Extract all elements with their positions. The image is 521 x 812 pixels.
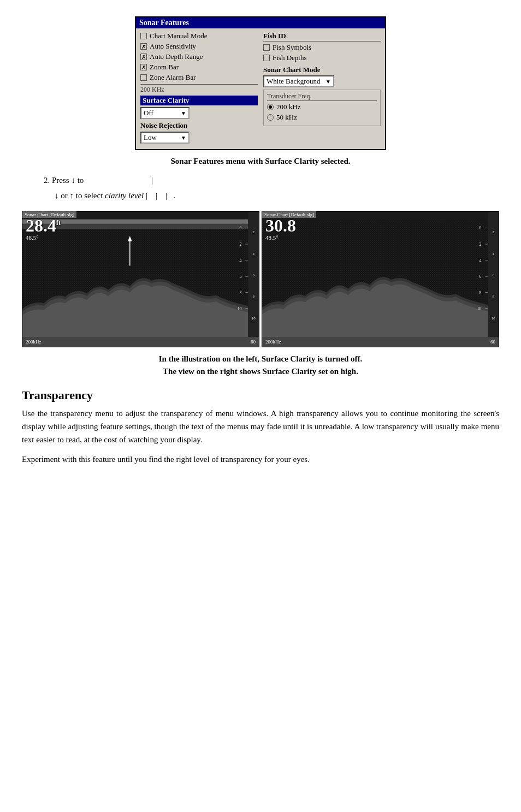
chart-left-freq: 200kHz xyxy=(26,339,42,345)
svg-text:6: 6 xyxy=(240,274,242,279)
chart-left-unit: ft xyxy=(56,219,61,227)
chart-left-bottom-depth: 60 xyxy=(251,339,256,345)
transducer-section: Transducer Freq. 200 kHz 50 kHz xyxy=(263,90,381,126)
freq-divider: 200 KHz xyxy=(140,84,258,94)
svg-text:6: 6 xyxy=(252,273,254,277)
auto-sensitivity-row[interactable]: ✗ Auto Sensitivity xyxy=(140,42,258,51)
svg-text:8: 8 xyxy=(479,291,482,295)
svg-text:8: 8 xyxy=(252,294,254,298)
surface-clarity-value: Off xyxy=(144,109,153,117)
svg-text:2: 2 xyxy=(240,242,242,247)
chart-right-bottom: 200kHz 60 xyxy=(262,337,499,347)
surface-clarity-label[interactable]: Surface Clarity xyxy=(140,96,258,105)
charts-caption-line1: In the illustration on the left, Surface… xyxy=(22,353,499,365)
sonar-chart-left: Sonar Chart [Default.slg] xyxy=(22,211,259,347)
transparency-title: Transparency xyxy=(22,388,499,402)
step2-line1: 2. Press ↓ to | xyxy=(44,174,499,187)
chart-right-bottom-depth: 60 xyxy=(490,339,495,345)
transparency-para2: Experiment with this feature until you f… xyxy=(22,453,499,466)
fish-depths-checkbox[interactable] xyxy=(263,55,270,61)
step2-italic: clarity level xyxy=(105,191,144,200)
sonar-features-menu: Sonar Features Chart Manual Mode ✗ Auto … xyxy=(135,16,386,150)
fish-id-label: Fish ID xyxy=(263,32,381,42)
charts-container: Sonar Chart [Default.slg] xyxy=(22,211,499,347)
svg-text:6: 6 xyxy=(479,274,482,279)
transparency-section: Transparency Use the transparency menu t… xyxy=(22,388,499,466)
sonar-chart-mode-label: Sonar Chart Mode xyxy=(263,66,381,74)
auto-depth-range-label: Auto Depth Range xyxy=(150,52,203,61)
auto-depth-range-row[interactable]: ✗ Auto Depth Range xyxy=(140,52,258,61)
menu-right-column: Fish ID Fish Symbols Fish Depths Sonar C… xyxy=(263,32,381,146)
step2-arrows: ↓ or ↑ to select xyxy=(55,191,105,200)
svg-text:0: 0 xyxy=(479,226,482,230)
svg-text:4: 4 xyxy=(479,258,482,263)
menu-left-column: Chart Manual Mode ✗ Auto Sensitivity ✗ A… xyxy=(140,32,258,146)
chart-right-freq: 200kHz xyxy=(265,339,281,345)
surface-clarity-select[interactable]: Off ▼ xyxy=(140,107,190,119)
svg-text:6: 6 xyxy=(492,273,494,277)
charts-caption: In the illustration on the left, Surface… xyxy=(22,353,499,377)
svg-text:10: 10 xyxy=(252,316,256,320)
svg-text:4: 4 xyxy=(252,252,254,256)
svg-text:4: 4 xyxy=(492,252,494,256)
step2-bar1: | xyxy=(151,176,153,185)
instructions-section: 2. Press ↓ to | ↓ or ↑ to select clarity… xyxy=(44,174,499,202)
auto-sensitivity-checkbox[interactable]: ✗ xyxy=(140,43,147,50)
fish-symbols-label: Fish Symbols xyxy=(273,43,311,52)
svg-text:4: 4 xyxy=(240,258,242,263)
sonar-chart-right: Sonar Chart [Default.slg] 0 2 xyxy=(262,211,499,347)
svg-text:10: 10 xyxy=(477,306,482,311)
sonar-features-menu-wrapper: Sonar Features Chart Manual Mode ✗ Auto … xyxy=(22,16,499,150)
zone-alarm-checkbox[interactable] xyxy=(140,74,147,81)
svg-text:2: 2 xyxy=(252,230,254,234)
step2-bars: | | | . xyxy=(144,191,175,200)
chart-manual-mode-row[interactable]: Chart Manual Mode xyxy=(140,32,258,40)
sonar-chart-mode-arrow: ▼ xyxy=(325,79,331,85)
white-background-value: White Background xyxy=(267,77,321,86)
charts-caption-line2: The view on the right shows Surface Clar… xyxy=(22,365,499,378)
sonar-chart-mode-select[interactable]: White Background ▼ xyxy=(263,75,334,87)
sonar-chart-right-svg: 0 2 4 6 8 10 2 4 6 8 10 xyxy=(262,211,499,347)
freq-200-label: 200 kHz xyxy=(276,103,300,111)
chart-left-angle: 48.5° xyxy=(26,234,39,241)
svg-text:2: 2 xyxy=(492,230,494,234)
svg-text:8: 8 xyxy=(492,294,494,298)
chart-left-depth: 28.4ft xyxy=(26,216,61,236)
noise-rejection-arrow: ▼ xyxy=(181,135,186,141)
freq-50-radio[interactable] xyxy=(267,114,274,121)
transducer-freq-label: Transducer Freq. xyxy=(267,92,377,101)
freq-50-row[interactable]: 50 kHz xyxy=(267,113,377,122)
freq-200-row[interactable]: 200 kHz xyxy=(267,103,377,111)
svg-text:0: 0 xyxy=(240,226,242,230)
auto-depth-range-checkbox[interactable]: ✗ xyxy=(140,54,147,60)
chart-left-bottom: 200kHz 60 xyxy=(22,337,259,347)
chart-right-angle: 48.5° xyxy=(265,234,279,241)
chart-manual-mode-checkbox[interactable] xyxy=(140,33,147,39)
fish-symbols-row[interactable]: Fish Symbols xyxy=(263,43,381,52)
chart-right-depth: 30.8 xyxy=(265,216,296,236)
menu-caption: Sonar Features menu with Surface Clarity… xyxy=(22,157,499,166)
chart-manual-mode-label: Chart Manual Mode xyxy=(150,32,207,40)
zoom-bar-checkbox[interactable]: ✗ xyxy=(140,64,147,70)
freq-200-radio[interactable] xyxy=(267,104,274,110)
auto-sensitivity-label: Auto Sensitivity xyxy=(150,42,196,51)
freq-50-label: 50 kHz xyxy=(276,113,297,122)
svg-text:10: 10 xyxy=(492,316,495,320)
transparency-para1: Use the transparency menu to adjust the … xyxy=(22,407,499,446)
svg-text:10: 10 xyxy=(238,306,242,311)
zone-alarm-row[interactable]: Zone Alarm Bar xyxy=(140,73,258,82)
noise-rejection-value: Low xyxy=(144,133,157,142)
fish-depths-label: Fish Depths xyxy=(273,54,306,62)
fish-symbols-checkbox[interactable] xyxy=(263,44,270,51)
svg-text:2: 2 xyxy=(479,242,482,247)
step2-prefix: 2. Press ↓ to xyxy=(44,176,84,185)
surface-clarity-arrow: ▼ xyxy=(181,110,186,116)
step2-line2: ↓ or ↑ to select clarity level | | | . xyxy=(44,189,499,202)
fish-depths-row[interactable]: Fish Depths xyxy=(263,54,381,62)
noise-rejection-label: Noise Rejection xyxy=(140,121,258,130)
zone-alarm-label: Zone Alarm Bar xyxy=(150,73,196,82)
svg-text:8: 8 xyxy=(240,291,242,295)
menu-title: Sonar Features xyxy=(136,17,385,28)
zoom-bar-row[interactable]: ✗ Zoom Bar xyxy=(140,63,258,72)
noise-rejection-select[interactable]: Low ▼ xyxy=(140,132,190,144)
